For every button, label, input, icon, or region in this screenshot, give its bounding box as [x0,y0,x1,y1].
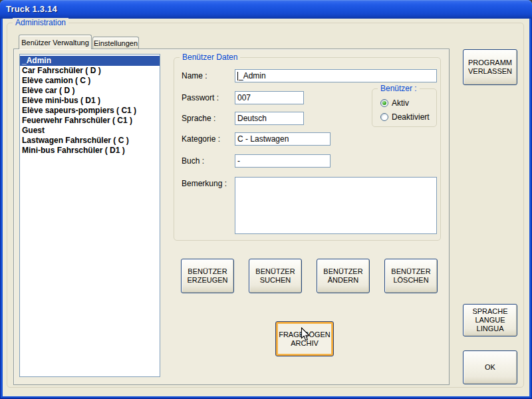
list-item[interactable]: Elève car ( D ) [20,86,160,96]
benutzer-aendern-label: BENÜTZER ÄNDERN [319,267,368,285]
benutzer-status-groupbox: Benützer : Aktiv Deaktiviert [372,88,437,127]
benutzer-suchen-label: BENÜTZER SUCHEN [251,267,300,285]
sprache-value: Deutsch [237,114,267,123]
title-bar[interactable]: Truck 1.3.14 [0,0,532,19]
list-item[interactable]: Guest [20,126,160,136]
benutzer-status-caption: Benützer : [378,84,420,93]
app-window: Truck 1.3.14 Administration Benützer Ver… [0,0,532,399]
benutzer-daten-caption: Benützer Daten [180,53,240,62]
radio-aktiv-icon [380,99,388,107]
tab-benutzer-verwaltung[interactable]: Benützer Verwaltung [19,35,92,49]
passwort-value: 007 [237,93,251,102]
list-item[interactable]: Elève camion ( C ) [20,76,160,86]
tab-einstellungen[interactable]: Einstellungen [92,37,139,49]
radio-aktiv-label: Aktiv [392,98,409,108]
window-title: Truck 1.3.14 [6,4,57,14]
fragebogen-archiv-label: FRAGEBÖGEN ARCHIV [277,331,332,348]
sprache-label: Sprache : [182,114,215,123]
benutzer-aendern-button[interactable]: BENÜTZER ÄNDERN [317,259,370,293]
administration-caption: Administration [13,18,68,27]
radio-aktiv[interactable]: Aktiv [380,98,409,108]
tab-page-benutzer-verwaltung: _AdminCar Fahrschüler ( D )Elève camion … [13,49,450,385]
buch-label: Buch : [182,156,204,166]
benutzer-loeschen-button[interactable]: BENÜTZER LÖSCHEN [384,259,438,293]
kategorie-label: Kategorie : [182,134,220,144]
benutzer-erzeugen-label: BENÜTZER ERZEUGEN [183,267,232,285]
sprache-field[interactable]: Deutsch [235,112,304,125]
benutzer-erzeugen-button[interactable]: BENÜTZER ERZEUGEN [181,259,234,293]
radio-deaktiviert[interactable]: Deaktiviert [380,112,430,122]
tab-einstellungen-label: Einstellungen [94,39,138,47]
name-field[interactable]: _Admin [235,69,437,82]
kategorie-field[interactable]: C - Lastwagen [235,132,331,146]
buch-field[interactable]: - [235,154,331,168]
client-area: Administration Benützer Verwaltung Einst… [3,19,529,396]
ok-button[interactable]: OK [463,350,517,384]
sprache-langue-lingua-label: SPRACHE LANGUE LINGUA [465,307,515,333]
passwort-label: Passwort : [182,93,219,102]
buch-value: - [237,156,240,166]
fragebogen-archiv-button[interactable]: FRAGEBÖGEN ARCHIV [275,321,334,356]
list-item[interactable]: Lastwagen Fahrschüler ( C ) [20,136,160,146]
radio-deaktiviert-label: Deaktiviert [392,112,430,122]
programm-verlassen-button[interactable]: PROGRAMM VERLASSEN [463,49,517,85]
list-item[interactable]: Mini-bus Fahrschüler ( D1 ) [20,146,160,156]
benutzer-suchen-button[interactable]: BENÜTZER SUCHEN [249,259,302,293]
list-item[interactable]: Car Fahrschüler ( D ) [20,66,160,76]
tab-benutzer-verwaltung-label: Benützer Verwaltung [21,39,89,47]
text-caret [237,72,238,80]
programm-verlassen-label: PROGRAMM VERLASSEN [465,59,515,76]
ok-label: OK [485,363,495,372]
name-value: _Admin [239,71,266,80]
passwort-field[interactable]: 007 [235,91,304,104]
list-item[interactable]: Feuerwehr Fahrschüler ( C1 ) [20,116,160,126]
radio-deaktiviert-icon [380,113,388,121]
bemerkung-field[interactable] [235,177,437,234]
list-item[interactable]: _Admin [20,56,160,66]
name-label: Name : [182,71,207,80]
list-item[interactable]: Elève sapeurs-pompiers ( C1 ) [20,106,160,116]
user-list[interactable]: _AdminCar Fahrschüler ( D )Elève camion … [19,54,160,377]
kategorie-value: C - Lastwagen [237,134,289,144]
bemerkung-label: Bemerkung : [182,179,227,188]
benutzer-loeschen-label: BENÜTZER LÖSCHEN [386,267,436,285]
list-item[interactable]: Elève mini-bus ( D1 ) [20,96,160,106]
sprache-langue-lingua-button[interactable]: SPRACHE LANGUE LINGUA [463,304,517,336]
